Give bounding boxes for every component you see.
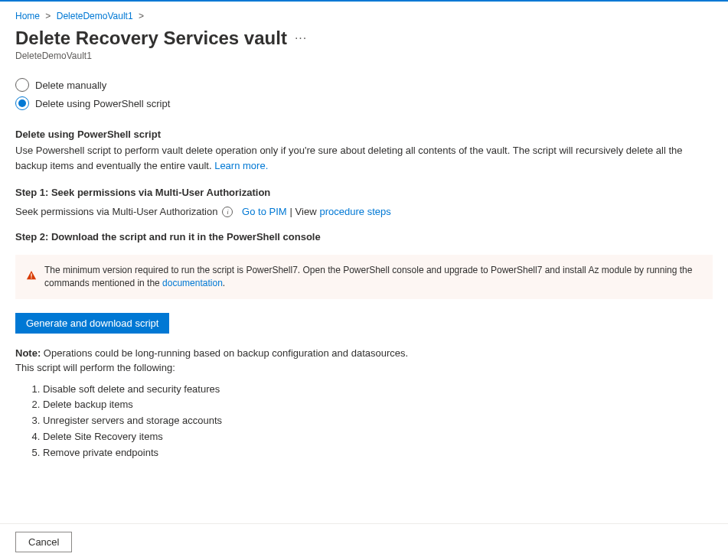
more-menu-icon[interactable]: ··· (295, 31, 307, 45)
section-heading: Delete using PowerShell script (15, 129, 713, 140)
radio-label-powershell: Delete using PowerShell script (35, 98, 170, 109)
breadcrumb-separator: > (139, 11, 144, 21)
go-to-pim-link[interactable]: Go to PIM (242, 206, 287, 217)
radio-label-manual: Delete manually (35, 80, 106, 91)
list-item: Unregister servers and storage accounts (43, 413, 713, 429)
page-title: Delete Recovery Services vault (15, 28, 287, 49)
note-text: Operations could be long-running based o… (41, 347, 408, 359)
svg-rect-0 (31, 274, 31, 277)
radio-delete-manually[interactable]: Delete manually (15, 78, 713, 92)
warning-banner: The minimum version required to run the … (15, 255, 713, 299)
breadcrumb-vault[interactable]: DeleteDemoVault1 (57, 11, 133, 21)
step1-content: Seek permissions via Multi-User Authoriz… (15, 206, 713, 217)
view-separator: | View (290, 206, 317, 217)
section-description: Use Powershell script to perform vault d… (15, 143, 713, 173)
radio-delete-powershell[interactable]: Delete using PowerShell script (15, 96, 713, 110)
warning-icon (26, 270, 37, 283)
warning-text-pre: The minimum version required to run the … (44, 265, 692, 288)
note-block: Note: Operations could be long-running b… (15, 346, 713, 376)
info-icon[interactable]: i (222, 207, 233, 217)
page-subtitle: DeleteDemoVault1 (15, 50, 713, 61)
cancel-button[interactable]: Cancel (15, 532, 72, 552)
svg-rect-1 (31, 278, 31, 278)
breadcrumb-separator: > (45, 11, 51, 21)
list-item: Delete Site Recovery items (43, 429, 713, 445)
learn-more-link[interactable]: Learn more. (214, 160, 268, 171)
list-item: Remove private endpoints (43, 445, 713, 461)
procedure-steps-link[interactable]: procedure steps (320, 206, 391, 217)
note-label: Note: (15, 347, 41, 359)
note-subtext: This script will perform the following: (15, 362, 175, 373)
radio-checked-icon (15, 96, 29, 110)
delete-method-radio-group: Delete manually Delete using PowerShell … (15, 78, 713, 110)
documentation-link[interactable]: documentation (162, 278, 223, 288)
step1-text: Seek permissions via Multi-User Authoriz… (15, 206, 217, 217)
script-actions-list: Disable soft delete and security feature… (15, 382, 713, 461)
step1-heading: Step 1: Seek permissions via Multi-User … (15, 187, 713, 198)
warning-text-post: . (223, 278, 225, 288)
footer: Cancel (0, 523, 728, 560)
breadcrumb-home[interactable]: Home (15, 11, 40, 21)
list-item: Delete backup items (43, 397, 713, 413)
page-header: Delete Recovery Services vault ··· (15, 28, 713, 49)
breadcrumb: Home > DeleteDemoVault1 > (15, 11, 713, 21)
step2-heading: Step 2: Download the script and run it i… (15, 231, 713, 243)
main-content: Home > DeleteDemoVault1 > Delete Recover… (0, 2, 728, 516)
generate-download-button[interactable]: Generate and download script (15, 313, 169, 334)
warning-text: The minimum version required to run the … (44, 264, 702, 290)
list-item: Disable soft delete and security feature… (43, 382, 713, 398)
description-text: Use Powershell script to perform vault d… (15, 145, 683, 171)
radio-unchecked-icon (15, 78, 29, 92)
